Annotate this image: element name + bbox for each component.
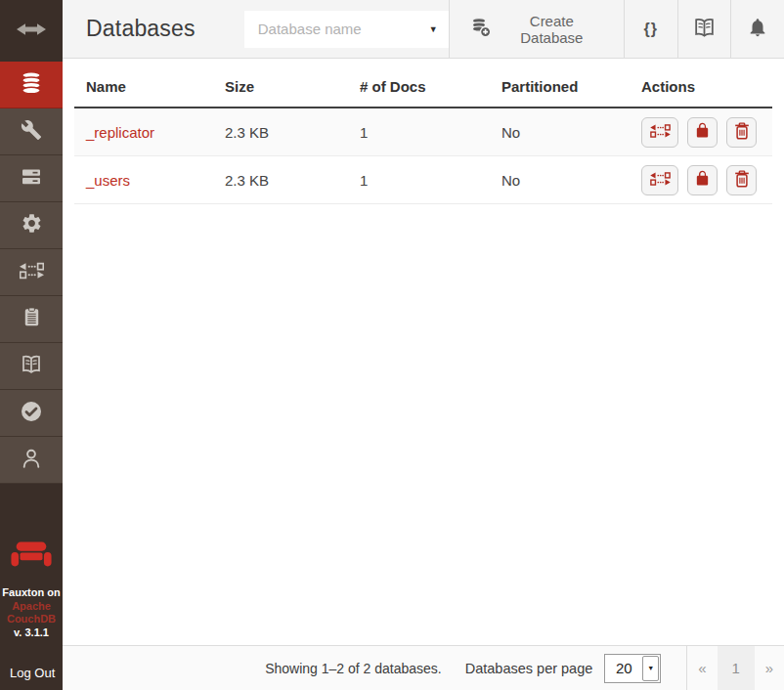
chevron-down-icon[interactable]: ▼ <box>429 24 438 34</box>
couchdb-logo <box>10 539 53 573</box>
sidebar-item-active-tasks[interactable] <box>0 155 63 202</box>
column-header-docs: # of Docs <box>348 74 490 108</box>
json-api-button[interactable]: {} <box>624 0 677 58</box>
pagination-next[interactable]: » <box>755 660 784 676</box>
column-header-size: Size <box>213 74 348 108</box>
table-row: _replicator 2.3 KB 1 No <box>74 108 772 156</box>
chevron-down-icon: ▼ <box>642 656 659 681</box>
db-partitioned-cell: No <box>490 156 630 204</box>
replication-icon <box>20 262 44 283</box>
create-database-label: Create Database <box>501 13 603 46</box>
sidebar-item-account[interactable] <box>0 437 63 484</box>
pagination: « 1 » <box>686 646 784 690</box>
sidebar-item-verify[interactable] <box>0 390 63 437</box>
per-page-value: 20 <box>605 660 642 676</box>
sidebar-item-active-tasks-clipboard[interactable] <box>0 296 63 343</box>
trash-icon <box>734 122 750 143</box>
pagination-prev[interactable]: « <box>687 660 717 676</box>
branding-line-apache: Apache <box>2 600 60 614</box>
row-actions <box>641 108 761 155</box>
clipboard-icon <box>21 306 43 332</box>
sidebar: Fauxton on Apache CouchDB v. 3.1.1 Log O… <box>0 0 63 690</box>
branding-line-couchdb: CouchDB <box>2 613 60 626</box>
content-area: Databases ▼ Create <box>63 0 784 690</box>
sidebar-item-setup[interactable] <box>0 108 63 155</box>
table-header-row: Name Size # of Docs Partitioned Actions <box>74 74 772 108</box>
sidebar-item-configuration[interactable] <box>0 202 63 249</box>
version-label: v. 3.1.1 <box>2 626 60 640</box>
double-arrow-icon <box>17 22 46 40</box>
database-name-combobox: ▼ <box>244 11 449 48</box>
replicate-icon <box>650 124 671 141</box>
delete-database-button[interactable] <box>726 117 757 148</box>
showing-text: Showing 1–2 of 2 databases. <box>265 661 442 676</box>
db-size-cell: 2.3 KB <box>213 108 348 156</box>
create-database-button[interactable]: Create Database <box>449 0 624 58</box>
trash-icon <box>734 170 750 191</box>
db-docs-cell: 1 <box>348 108 490 156</box>
database-name-input[interactable] <box>244 11 449 48</box>
sidebar-expand-button[interactable] <box>0 0 63 62</box>
table-row: _users 2.3 KB 1 No <box>74 156 772 204</box>
page-title: Databases <box>86 16 196 42</box>
per-page-label: Databases per page <box>465 661 593 676</box>
replicate-icon <box>650 172 671 189</box>
permissions-lock-button[interactable] <box>687 165 718 195</box>
wrench-icon <box>21 119 42 145</box>
check-circle-icon <box>20 400 43 427</box>
database-icon <box>19 70 44 100</box>
sidebar-item-documentation[interactable] <box>0 343 63 390</box>
db-size-cell: 2.3 KB <box>213 156 348 204</box>
fauxton-app: Fauxton on Apache CouchDB v. 3.1.1 Log O… <box>0 0 784 690</box>
replicate-database-button[interactable] <box>641 165 678 195</box>
open-book-icon <box>20 353 43 380</box>
row-actions <box>641 156 761 203</box>
page-footer: Showing 1–2 of 2 databases. Databases pe… <box>63 645 784 690</box>
lock-icon <box>694 170 711 190</box>
databases-panel: Name Size # of Docs Partitioned Actions … <box>63 59 784 645</box>
page-header: Databases ▼ Create <box>63 0 784 59</box>
delete-database-button[interactable] <box>726 165 757 195</box>
notifications-button[interactable] <box>730 0 784 58</box>
server-stack-icon <box>20 165 43 193</box>
per-page-select[interactable]: 20 ▼ <box>604 654 661 683</box>
sidebar-item-replication[interactable] <box>0 249 63 296</box>
bell-icon <box>747 17 768 41</box>
gear-icon <box>21 212 43 238</box>
db-docs-cell: 1 <box>348 156 490 204</box>
person-icon <box>20 447 43 474</box>
database-plus-icon <box>470 17 492 41</box>
header-controls: Create Database {} <box>449 0 784 58</box>
sidebar-footer: Fauxton on Apache CouchDB v. 3.1.1 Log O… <box>0 484 63 690</box>
lock-icon <box>694 122 711 142</box>
branding-line: Fauxton on <box>2 586 60 600</box>
databases-table: Name Size # of Docs Partitioned Actions … <box>74 74 772 204</box>
column-header-actions: Actions <box>630 74 772 108</box>
replicate-database-button[interactable] <box>641 117 678 148</box>
db-partitioned-cell: No <box>490 108 630 156</box>
database-link[interactable]: _replicator <box>86 124 154 141</box>
column-header-partitioned: Partitioned <box>490 74 630 108</box>
open-book-icon <box>692 16 717 43</box>
database-link[interactable]: _users <box>86 172 130 189</box>
permissions-lock-button[interactable] <box>687 117 718 148</box>
branding-text: Fauxton on Apache CouchDB v. 3.1.1 <box>2 586 60 639</box>
column-header-name: Name <box>74 74 213 108</box>
json-braces-icon: {} <box>643 21 657 38</box>
sidebar-item-databases[interactable] <box>0 62 63 108</box>
logout-button[interactable]: Log Out <box>0 666 55 690</box>
documentation-button[interactable] <box>677 0 731 58</box>
pagination-page-1[interactable]: 1 <box>718 646 755 690</box>
